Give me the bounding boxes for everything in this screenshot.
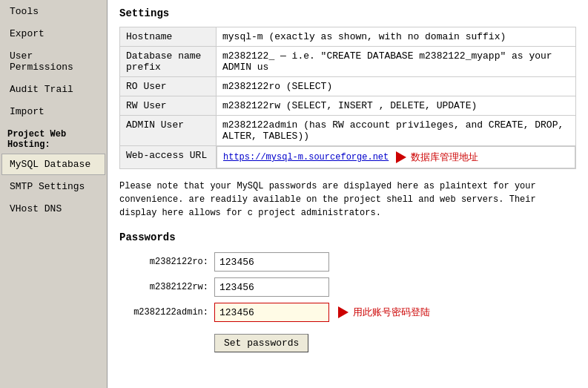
table-row: RW User m2382122rw (SELECT, INSERT , DEL… bbox=[120, 96, 576, 116]
sidebar-item-import[interactable]: Import bbox=[1, 101, 105, 122]
admin-password-input[interactable] bbox=[214, 303, 329, 322]
table-row: RO User m2382122ro (SELECT) bbox=[120, 77, 576, 96]
settings-value: mysql-m (exactly as shown, with no domai… bbox=[217, 27, 576, 47]
hosting-item-mysql-database[interactable]: MySQL Database bbox=[1, 154, 105, 175]
admin-password-row: m2382122admin: 用此账号密码登陆 bbox=[119, 303, 576, 322]
settings-key: Database name prefix bbox=[120, 47, 217, 77]
sidebar-item-export[interactable]: Export bbox=[1, 23, 105, 45]
project-web-hosting-label: Project Web Hosting: bbox=[0, 123, 107, 153]
settings-value: m2382122admin (has RW account privileges… bbox=[217, 116, 576, 146]
main-content: Settings Hostname mysql-m (exactly as sh… bbox=[108, 0, 588, 388]
settings-value: m2382122rw (SELECT, INSERT , DELETE, UPD… bbox=[217, 96, 576, 116]
web-access-annotation: 数据库管理地址 bbox=[396, 151, 478, 164]
settings-table: Hostname mysql-m (exactly as shown, with… bbox=[119, 27, 576, 169]
web-access-annotation-text: 数据库管理地址 bbox=[411, 151, 478, 164]
hosting-item-smtp-settings[interactable]: SMTP Settings bbox=[1, 176, 105, 197]
set-passwords-button[interactable]: Set passwords bbox=[214, 334, 308, 352]
settings-key: RO User bbox=[120, 77, 217, 96]
password-row: m2382122rw: bbox=[119, 277, 576, 297]
web-access-value-cell: https://mysql-m.sourceforge.net 数据库管理地址 bbox=[217, 146, 575, 168]
table-row: Database name prefix m2382122_ — i.e. "C… bbox=[120, 47, 576, 77]
admin-annotation: 用此账号密码登陆 bbox=[338, 306, 430, 319]
settings-key: ADMIN User bbox=[120, 116, 217, 146]
settings-key: Hostname bbox=[120, 27, 217, 47]
password-label: m2382122ro: bbox=[119, 257, 208, 267]
password-label: m2382122rw: bbox=[119, 282, 208, 292]
web-access-url-link[interactable]: https://mysql-m.sourceforge.net bbox=[223, 152, 389, 162]
table-row: ADMIN User m2382122admin (has RW account… bbox=[120, 116, 576, 146]
web-access-key: Web-access URL bbox=[120, 146, 217, 169]
web-access-row: Web-access URL https://mysql-m.sourcefor… bbox=[120, 146, 576, 169]
sidebar-item-audit-trail[interactable]: Audit Trail bbox=[1, 79, 105, 100]
password-input[interactable] bbox=[214, 252, 329, 272]
sidebar: ToolsExportUser PermissionsAudit TrailIm… bbox=[0, 0, 108, 388]
password-row: m2382122ro: bbox=[119, 252, 576, 272]
arrow-right-icon bbox=[338, 306, 348, 318]
arrow-right-icon bbox=[396, 151, 406, 163]
note-text: Please note that your MySQL passwords ar… bbox=[119, 180, 576, 220]
password-input[interactable] bbox=[214, 277, 329, 297]
sidebar-item-user-permissions[interactable]: User Permissions bbox=[1, 45, 105, 78]
sidebar-item-tools[interactable]: Tools bbox=[1, 1, 105, 22]
passwords-title: Passwords bbox=[119, 231, 576, 243]
settings-title: Settings bbox=[119, 7, 576, 19]
admin-annotation-text: 用此账号密码登陆 bbox=[353, 306, 430, 319]
hosting-item-vhost-dns[interactable]: VHost DNS bbox=[1, 198, 105, 220]
settings-value: m2382122_ — i.e. "CREATE DATABASE m23821… bbox=[217, 47, 576, 77]
settings-key: RW User bbox=[120, 96, 217, 116]
table-row: Hostname mysql-m (exactly as shown, with… bbox=[120, 27, 576, 47]
settings-value: m2382122ro (SELECT) bbox=[217, 77, 576, 96]
admin-password-label: m2382122admin: bbox=[119, 307, 208, 318]
